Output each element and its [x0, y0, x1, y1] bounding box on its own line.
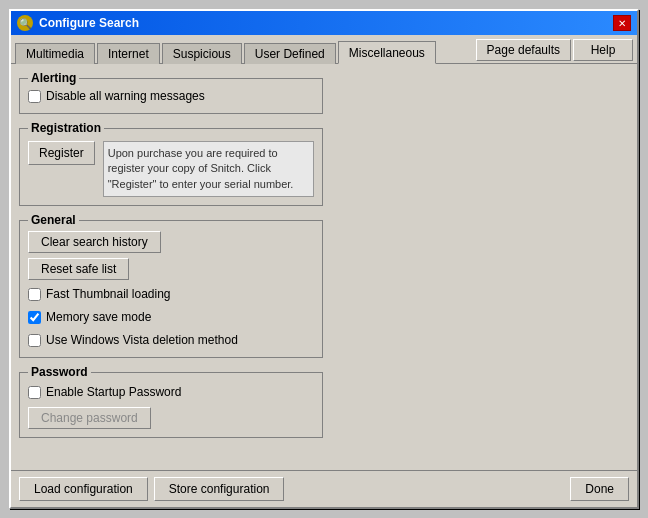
disable-warnings-checkbox[interactable] — [28, 90, 41, 103]
right-panel — [331, 64, 637, 470]
window-icon: 🔍 — [17, 15, 33, 31]
store-configuration-button[interactable]: Store configuration — [154, 477, 285, 501]
vista-deletion-checkbox[interactable] — [28, 334, 41, 347]
tab-bar: Multimedia Internet Suspicious User Defi… — [11, 35, 637, 64]
register-button[interactable]: Register — [28, 141, 95, 165]
change-password-button[interactable]: Change password — [28, 407, 151, 429]
password-group-label: Password — [28, 365, 91, 379]
left-panel: Alerting Disable all warning messages Re… — [11, 64, 331, 470]
memory-save-checkbox[interactable] — [28, 311, 41, 324]
registration-group-label: Registration — [28, 121, 104, 135]
done-button[interactable]: Done — [570, 477, 629, 501]
title-bar: 🔍 Configure Search ✕ — [11, 11, 637, 35]
registration-content: Register Upon purchase you are required … — [28, 141, 314, 197]
tab-multimedia[interactable]: Multimedia — [15, 43, 95, 64]
disable-warnings-label: Disable all warning messages — [46, 89, 205, 103]
clear-history-button[interactable]: Clear search history — [28, 231, 161, 253]
memory-save-row: Memory save mode — [28, 308, 314, 326]
main-window: 🔍 Configure Search ✕ Multimedia Internet… — [9, 9, 639, 509]
alerting-group-label: Alerting — [28, 71, 79, 85]
tabs-left: Multimedia Internet Suspicious User Defi… — [11, 41, 436, 63]
registration-info: Upon purchase you are required to regist… — [103, 141, 314, 197]
main-content: Alerting Disable all warning messages Re… — [11, 64, 637, 470]
tab-user-defined[interactable]: User Defined — [244, 43, 336, 64]
enable-password-checkbox[interactable] — [28, 386, 41, 399]
window-title: Configure Search — [39, 16, 139, 30]
tab-internet[interactable]: Internet — [97, 43, 160, 64]
general-group: General Clear search history Reset safe … — [19, 220, 323, 358]
fast-thumbnail-label: Fast Thumbnail loading — [46, 287, 171, 301]
reset-safe-list-button[interactable]: Reset safe list — [28, 258, 129, 280]
vista-deletion-row: Use Windows Vista deletion method — [28, 331, 314, 349]
enable-password-label: Enable Startup Password — [46, 385, 181, 399]
tabs-right: Page defaults Help — [476, 39, 637, 61]
tab-suspicious[interactable]: Suspicious — [162, 43, 242, 64]
tab-miscellaneous[interactable]: Miscellaneous — [338, 41, 436, 64]
page-defaults-button[interactable]: Page defaults — [476, 39, 571, 61]
bottom-bar: Load configuration Store configuration D… — [11, 470, 637, 507]
load-configuration-button[interactable]: Load configuration — [19, 477, 148, 501]
title-bar-left: 🔍 Configure Search — [17, 15, 139, 31]
vista-deletion-label: Use Windows Vista deletion method — [46, 333, 238, 347]
memory-save-label: Memory save mode — [46, 310, 151, 324]
disable-warnings-row: Disable all warning messages — [28, 87, 314, 105]
bottom-left-buttons: Load configuration Store configuration — [19, 477, 284, 501]
registration-group: Registration Register Upon purchase you … — [19, 128, 323, 206]
alerting-group: Alerting Disable all warning messages — [19, 78, 323, 114]
password-group: Password Enable Startup Password Change … — [19, 372, 323, 438]
enable-password-row: Enable Startup Password — [28, 383, 314, 401]
fast-thumbnail-checkbox[interactable] — [28, 288, 41, 301]
close-button[interactable]: ✕ — [613, 15, 631, 31]
general-group-label: General — [28, 213, 79, 227]
help-button[interactable]: Help — [573, 39, 633, 61]
fast-thumbnail-row: Fast Thumbnail loading — [28, 285, 314, 303]
